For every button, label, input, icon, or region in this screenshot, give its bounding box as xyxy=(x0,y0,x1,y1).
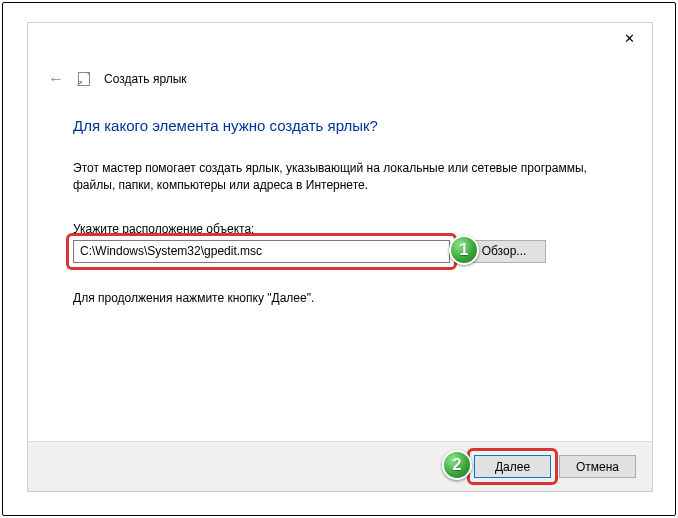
wizard-title: Создать ярлык xyxy=(104,72,187,86)
location-input[interactable] xyxy=(73,240,450,263)
create-shortcut-dialog: ✕ ← Создать ярлык Для какого элемента ну… xyxy=(27,22,653,492)
main-heading: Для какого элемента нужно создать ярлык? xyxy=(73,117,612,134)
cancel-button[interactable]: Отмена xyxy=(559,455,636,478)
wizard-description: Этот мастер помогает создать ярлык, указ… xyxy=(73,160,603,194)
dialog-header: ← Создать ярлык xyxy=(28,61,652,87)
continue-hint: Для продолжения нажмите кнопку "Далее". xyxy=(73,291,612,305)
dialog-content: Для какого элемента нужно создать ярлык?… xyxy=(28,87,652,305)
titlebar: ✕ xyxy=(28,23,652,61)
next-wrapper: Далее 2 xyxy=(474,455,551,478)
location-row: 1 Обзор... xyxy=(73,240,612,263)
dialog-footer: Далее 2 Отмена xyxy=(28,441,652,491)
input-wrapper: 1 xyxy=(73,240,450,263)
back-arrow-icon[interactable]: ← xyxy=(48,71,64,87)
location-label: Укажите расположение объекта: xyxy=(73,222,612,236)
browse-button[interactable]: Обзор... xyxy=(462,240,546,263)
annotation-badge-2: 2 xyxy=(442,450,472,480)
next-button[interactable]: Далее xyxy=(474,455,551,478)
close-icon[interactable]: ✕ xyxy=(607,23,652,53)
shortcut-file-icon xyxy=(78,72,90,86)
